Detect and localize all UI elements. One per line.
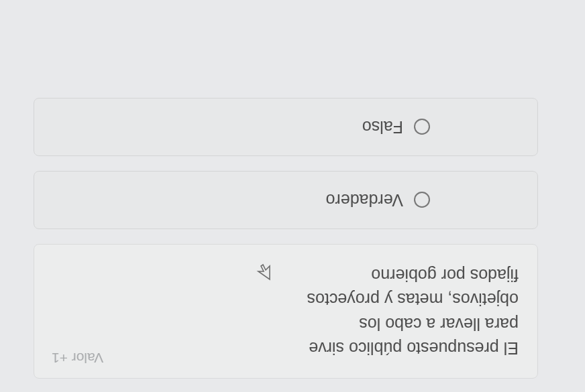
option-false[interactable]: Falso xyxy=(34,98,538,156)
option-label: Falso xyxy=(362,117,403,137)
question-card: Valor +1 El presupuesto público sirve pa… xyxy=(34,244,538,379)
points-label: Valor +1 xyxy=(52,350,103,366)
radio-unchecked-icon xyxy=(414,192,430,208)
radio-unchecked-icon xyxy=(414,119,430,135)
option-true[interactable]: Verdadero xyxy=(34,171,538,229)
option-label: Verdadero xyxy=(326,190,403,210)
question-text: El presupuesto público sirve para llevar… xyxy=(297,263,519,361)
cursor-icon xyxy=(256,262,272,281)
